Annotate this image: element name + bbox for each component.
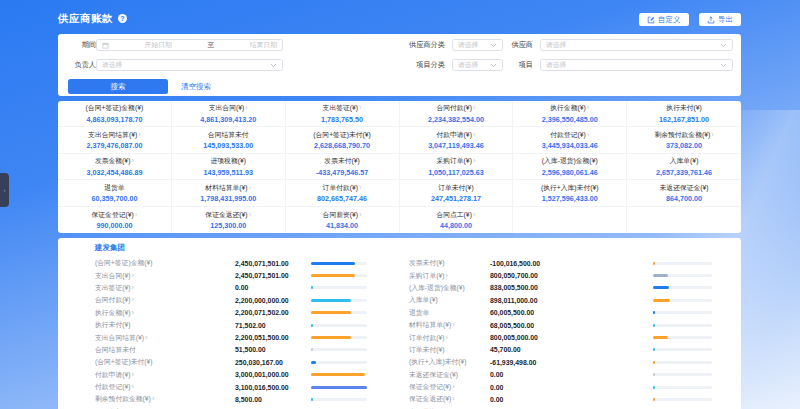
chevron-down-icon bbox=[490, 63, 497, 68]
chart-row-label[interactable]: 支出合同结算(¥)› bbox=[95, 333, 235, 343]
chart-bar-fill bbox=[311, 386, 367, 389]
chart-bar-fill bbox=[311, 274, 355, 277]
project-select[interactable]: 请选择 bbox=[540, 59, 733, 71]
collapsed-sidebar-toggle[interactable]: › bbox=[0, 173, 9, 207]
chart-row: 执行金额(¥)›2,200,071,502.00 bbox=[95, 307, 367, 319]
chevron-right-icon: › bbox=[359, 185, 362, 191]
stat-card[interactable]: 采购订单(¥)›1,050,117,025.63 bbox=[400, 154, 514, 180]
stat-card[interactable]: 材料结算单(¥)›1,798,431,995.00 bbox=[172, 180, 286, 206]
start-date-placeholder: 开始日期 bbox=[145, 40, 172, 50]
stat-card[interactable]: 保证金登记(¥)›990,000.00 bbox=[58, 207, 172, 233]
chevron-right-icon: › bbox=[359, 212, 362, 218]
chart-row-label[interactable]: 付款申请(¥)› bbox=[95, 370, 235, 380]
supplier-category-select[interactable]: 请选择 bbox=[452, 39, 503, 51]
chart-bar-fill bbox=[653, 361, 655, 364]
group-title[interactable]: 建发集团 bbox=[58, 238, 741, 257]
chart-bar-track bbox=[311, 299, 367, 302]
chevron-right-icon: › bbox=[587, 132, 590, 138]
chart-bar-fill bbox=[653, 373, 655, 376]
chevron-right-icon: › bbox=[132, 372, 135, 378]
chart-bar-track bbox=[653, 311, 712, 314]
chevron-right-icon: › bbox=[446, 273, 449, 279]
chart-row-label[interactable]: 付款登记(¥)› bbox=[95, 382, 235, 392]
stat-card-label: 保证金返还(¥)› bbox=[205, 210, 251, 220]
chart-bar-fill bbox=[311, 348, 313, 351]
chart-columns: (合同+签证)金额(¥)2,450,071,501.00支出合同(¥)›2,45… bbox=[58, 257, 741, 409]
stat-card[interactable]: 付款申请(¥)›3,047,119,493.46 bbox=[400, 127, 514, 153]
stat-card[interactable]: 剩余预付款金额(¥)›373,082.00 bbox=[627, 127, 741, 153]
chart-row-value: -100,016,500.00 bbox=[490, 260, 653, 267]
help-icon[interactable]: ? bbox=[118, 14, 127, 23]
chevron-right-icon: › bbox=[473, 132, 476, 138]
date-range-input[interactable]: 开始日期 至 结束日期 bbox=[96, 39, 283, 51]
chart-bar-fill bbox=[653, 386, 655, 389]
chart-bar-track bbox=[653, 274, 712, 277]
clear-search-link[interactable]: 清空搜索 bbox=[181, 82, 211, 92]
stat-card-value: 2,396,550,485.00 bbox=[542, 115, 598, 124]
chart-row-label[interactable]: 保证金返还(¥)› bbox=[409, 394, 490, 404]
chart-bar-fill bbox=[653, 324, 655, 327]
chart-row: 退货单60,005,500.00 bbox=[409, 307, 712, 319]
stat-card-value: 4,861,309,413.20 bbox=[200, 115, 256, 124]
chart-row-value: 60,005,500.00 bbox=[490, 309, 653, 316]
stat-card: 执行未付(¥)162,167,851.00 bbox=[627, 101, 741, 127]
stat-card[interactable]: 订单付款(¥)›802,665,747.46 bbox=[286, 180, 400, 206]
project-category-select[interactable]: 请选择 bbox=[452, 59, 503, 71]
owner-select[interactable]: 请选择 bbox=[96, 59, 283, 71]
stat-card[interactable]: 合同付款(¥)›2,234,382,554.00 bbox=[400, 101, 514, 127]
filter-panel: 期间 开始日期 至 结束日期 供应商分类 请选择 供应商 请选择 bbox=[58, 34, 741, 96]
chart-row-label[interactable]: 采购订单(¥)› bbox=[409, 271, 490, 281]
stat-card[interactable]: 发票金额(¥)›3,032,454,486.89 bbox=[58, 154, 172, 180]
stat-card-label: 材料结算单(¥)› bbox=[205, 183, 251, 193]
stat-card-label: 执行未付(¥) bbox=[666, 103, 702, 113]
stat-card: 订单未付(¥)247,451,278.17 bbox=[400, 180, 514, 206]
chart-row: 支出签证(¥)›0.00 bbox=[95, 282, 367, 294]
chart-row-label: (合同+签证)未付(¥) bbox=[95, 357, 235, 367]
export-button[interactable]: 导出 bbox=[699, 13, 741, 26]
project-category-label: 项目分类 bbox=[283, 60, 445, 70]
customize-button[interactable]: 自定义 bbox=[639, 13, 689, 26]
stat-card[interactable]: 合同薪资(¥)›41,834.00 bbox=[286, 207, 400, 233]
chevron-right-icon: › bbox=[132, 310, 135, 316]
chart-row: 支出合同结算(¥)›2,200,051,500.00 bbox=[95, 331, 367, 343]
chevron-right-icon: › bbox=[145, 335, 148, 341]
chart-row-label[interactable]: 订单付款(¥)› bbox=[409, 333, 490, 343]
stat-card-value: 2,596,980,061.46 bbox=[542, 168, 598, 177]
stat-card-label: (合同+签证)未付(¥) bbox=[313, 130, 371, 140]
chevron-right-icon: › bbox=[359, 105, 362, 111]
chart-row-label[interactable]: 保证金登记(¥)› bbox=[409, 382, 490, 392]
stat-card[interactable]: 保证金返还(¥)›125,300.00 bbox=[172, 207, 286, 233]
stat-card[interactable]: 支出合同结算(¥)›2,379,476,087.00 bbox=[58, 127, 172, 153]
chevron-right-icon: › bbox=[587, 105, 590, 111]
chart-row-value: 0.00 bbox=[235, 284, 311, 291]
stat-card: (执行+入库)未付(¥)1,527,596,433.00 bbox=[513, 180, 627, 206]
stat-card-value: 3,047,119,493.46 bbox=[428, 141, 484, 150]
stat-card[interactable]: 合同点工(¥)›44,800.00 bbox=[400, 207, 514, 233]
supplier-select[interactable]: 请选择 bbox=[540, 39, 733, 51]
chart-bar-fill bbox=[653, 311, 655, 314]
stat-card-label: 合同点工(¥)› bbox=[436, 210, 475, 220]
chart-row: 未返还保证金(¥)0.00 bbox=[409, 369, 712, 381]
chart-row-label[interactable]: 执行金额(¥)› bbox=[95, 308, 235, 318]
chart-row-label[interactable]: 剩余预付款金额(¥)› bbox=[95, 394, 235, 404]
stat-card-value: 44,800.00 bbox=[440, 221, 472, 230]
chart-bar-fill bbox=[311, 299, 351, 302]
chart-row-label[interactable]: 支出签证(¥)› bbox=[95, 283, 235, 293]
stat-card[interactable]: 付款登记(¥)›3,445,934,033.46 bbox=[513, 127, 627, 153]
stat-card-value: 802,665,747.46 bbox=[317, 194, 367, 203]
stat-card-value: 1,783,765.50 bbox=[321, 115, 363, 124]
stat-card[interactable]: 支出合同(¥)›4,861,309,413.20 bbox=[172, 101, 286, 127]
chart-row: (合同+签证)未付(¥)250,030,167.00 bbox=[95, 356, 367, 368]
chart-row-label[interactable]: 支出合同(¥)› bbox=[95, 271, 235, 281]
stat-card[interactable]: 支出签证(¥)›1,783,765.50 bbox=[286, 101, 400, 127]
stat-card-value: -433,479,546.57 bbox=[316, 168, 368, 177]
search-button[interactable]: 搜索 bbox=[68, 79, 168, 94]
chart-row-value: 68,005,500.00 bbox=[490, 322, 653, 329]
chart-row-label[interactable]: 材料结算单(¥)› bbox=[409, 320, 490, 330]
chart-bar-track bbox=[653, 262, 712, 265]
chart-bar-track bbox=[311, 386, 367, 389]
chart-bar-track bbox=[311, 361, 367, 364]
chart-row: 付款申请(¥)›3,000,001,000.00 bbox=[95, 369, 367, 381]
stat-card[interactable]: 执行金额(¥)›2,396,550,485.00 bbox=[513, 101, 627, 127]
chart-row-label[interactable]: 合同付款(¥)› bbox=[95, 295, 235, 305]
